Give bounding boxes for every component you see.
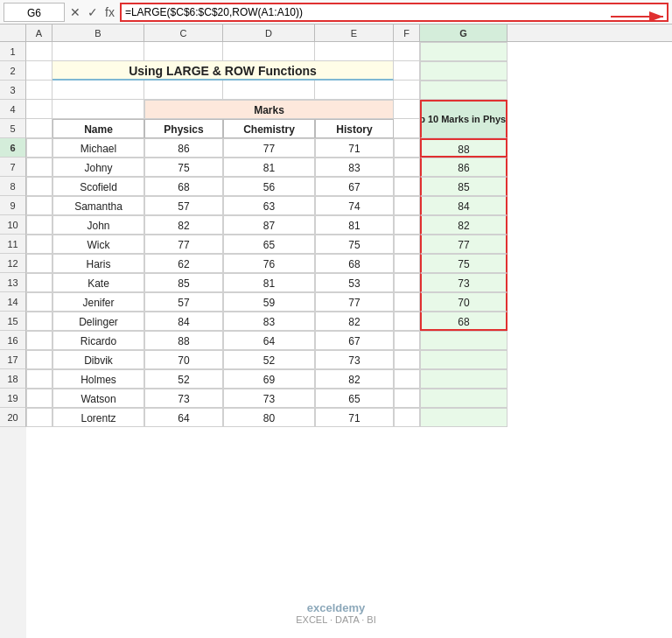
- cell-chemistry-r15[interactable]: 83: [223, 312, 315, 331]
- cell-name-r10[interactable]: John: [52, 215, 144, 235]
- cell-r10-f[interactable]: [394, 215, 420, 235]
- cell-name-r20[interactable]: Lorentz: [52, 408, 144, 427]
- cell-chemistry-r10[interactable]: 87: [223, 215, 315, 235]
- top-mark-r16[interactable]: [420, 331, 508, 350]
- top-mark-r10[interactable]: 82: [420, 215, 508, 235]
- top-mark-r20[interactable]: [420, 408, 508, 427]
- cell-chemistry-r17[interactable]: 52: [223, 350, 315, 369]
- cell-history-r17[interactable]: 73: [315, 350, 394, 369]
- cell-r3-c1[interactable]: [52, 81, 144, 100]
- cell-r6-f[interactable]: [394, 138, 420, 158]
- cell-r19-a[interactable]: [26, 389, 52, 408]
- cell-name-r9[interactable]: Samantha: [52, 196, 144, 215]
- history-header[interactable]: History: [315, 119, 394, 138]
- cell-r17-f[interactable]: [394, 350, 420, 369]
- formula-input[interactable]: [120, 3, 668, 22]
- cell-r18-f[interactable]: [394, 369, 420, 389]
- cell-r1-c2[interactable]: [144, 42, 223, 61]
- top-mark-r9[interactable]: 84: [420, 196, 508, 215]
- cell-r2-a[interactable]: [26, 61, 52, 81]
- chemistry-header[interactable]: Chemistry: [223, 119, 315, 138]
- top-mark-r14[interactable]: 70: [420, 292, 508, 312]
- top-mark-r7[interactable]: 86: [420, 158, 508, 177]
- cell-r9-a[interactable]: [26, 196, 52, 215]
- cell-r1-c4[interactable]: [315, 42, 394, 61]
- cell-history-r8[interactable]: 67: [315, 177, 394, 196]
- cell-history-r16[interactable]: 67: [315, 331, 394, 350]
- cell-r13-f[interactable]: [394, 273, 420, 292]
- cell-r10-a[interactable]: [26, 215, 52, 235]
- cell-r3-c5[interactable]: [394, 81, 420, 100]
- cell-physics-r7[interactable]: 75: [144, 158, 223, 177]
- cell-r11-f[interactable]: [394, 235, 420, 254]
- cell-r11-a[interactable]: [26, 235, 52, 254]
- cell-r12-f[interactable]: [394, 254, 420, 273]
- cell-r13-a[interactable]: [26, 273, 52, 292]
- cell-r3-c0[interactable]: [26, 81, 52, 100]
- cell-history-r9[interactable]: 74: [315, 196, 394, 215]
- cell-physics-r17[interactable]: 70: [144, 350, 223, 369]
- cell-r12-a[interactable]: [26, 254, 52, 273]
- cell-history-r14[interactable]: 77: [315, 292, 394, 312]
- cell-chemistry-r18[interactable]: 69: [223, 369, 315, 389]
- cell-physics-r19[interactable]: 73: [144, 389, 223, 408]
- cell-chemistry-r8[interactable]: 56: [223, 177, 315, 196]
- top-mark-r18[interactable]: [420, 369, 508, 389]
- cell-r3-c3[interactable]: [223, 81, 315, 100]
- cell-name-r15[interactable]: Delinger: [52, 312, 144, 331]
- top-mark-r15[interactable]: 68: [420, 312, 508, 331]
- cell-physics-r11[interactable]: 77: [144, 235, 223, 254]
- cell-r14-a[interactable]: [26, 292, 52, 312]
- cell-history-r15[interactable]: 82: [315, 312, 394, 331]
- cell-chemistry-r11[interactable]: 65: [223, 235, 315, 254]
- cell-r20-a[interactable]: [26, 408, 52, 427]
- cell-r16-f[interactable]: [394, 331, 420, 350]
- cell-physics-r16[interactable]: 88: [144, 331, 223, 350]
- cell-chemistry-r9[interactable]: 63: [223, 196, 315, 215]
- cell-r5-f[interactable]: [394, 119, 420, 138]
- cell-r4-a[interactable]: [26, 100, 52, 119]
- cell-r4-b[interactable]: [52, 100, 144, 119]
- cell-r1-c0[interactable]: [26, 42, 52, 61]
- cell-name-r17[interactable]: Dibvik: [52, 350, 144, 369]
- cell-r2-g[interactable]: [420, 61, 508, 81]
- cell-name-r7[interactable]: Johny: [52, 158, 144, 177]
- cell-chemistry-r16[interactable]: 64: [223, 331, 315, 350]
- cell-r7-f[interactable]: [394, 158, 420, 177]
- cell-history-r6[interactable]: 71: [315, 138, 394, 158]
- cell-r3-c6[interactable]: [420, 81, 508, 100]
- top-mark-r13[interactable]: 73: [420, 273, 508, 292]
- cell-physics-r10[interactable]: 82: [144, 215, 223, 235]
- top-mark-r8[interactable]: 85: [420, 177, 508, 196]
- name-header[interactable]: Name: [52, 119, 144, 138]
- cell-chemistry-r19[interactable]: 73: [223, 389, 315, 408]
- cell-history-r11[interactable]: 75: [315, 235, 394, 254]
- top-mark-r17[interactable]: [420, 350, 508, 369]
- cell-name-r19[interactable]: Watson: [52, 389, 144, 408]
- cell-chemistry-r20[interactable]: 80: [223, 408, 315, 427]
- physics-header[interactable]: Physics: [144, 119, 223, 138]
- cell-name-r6[interactable]: Michael: [52, 138, 144, 158]
- cell-r6-a[interactable]: [26, 138, 52, 158]
- top-mark-r6[interactable]: 88: [420, 138, 508, 158]
- cell-history-r12[interactable]: 68: [315, 254, 394, 273]
- cell-chemistry-r13[interactable]: 81: [223, 273, 315, 292]
- cell-history-r10[interactable]: 81: [315, 215, 394, 235]
- cell-name-r14[interactable]: Jenifer: [52, 292, 144, 312]
- cell-physics-r12[interactable]: 62: [144, 254, 223, 273]
- cell-chemistry-r7[interactable]: 81: [223, 158, 315, 177]
- cell-r18-a[interactable]: [26, 369, 52, 389]
- cell-r5-a[interactable]: [26, 119, 52, 138]
- cell-r1-c5[interactable]: [394, 42, 420, 61]
- cell-physics-r14[interactable]: 57: [144, 292, 223, 312]
- cell-physics-r9[interactable]: 57: [144, 196, 223, 215]
- cell-name-r18[interactable]: Holmes: [52, 369, 144, 389]
- cell-physics-r15[interactable]: 84: [144, 312, 223, 331]
- fx-icon[interactable]: fx: [103, 5, 116, 19]
- cell-r3-c4[interactable]: [315, 81, 394, 100]
- cell-r17-a[interactable]: [26, 350, 52, 369]
- cell-r8-a[interactable]: [26, 177, 52, 196]
- cell-chemistry-r12[interactable]: 76: [223, 254, 315, 273]
- cell-history-r20[interactable]: 71: [315, 408, 394, 427]
- cancel-icon[interactable]: ✕: [68, 5, 82, 19]
